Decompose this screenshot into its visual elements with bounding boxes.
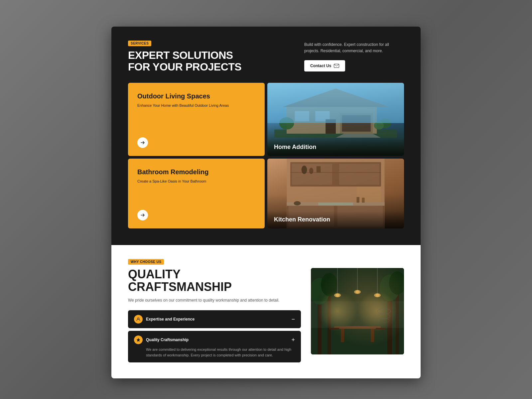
svg-point-43 (336, 294, 339, 297)
svg-point-59 (378, 314, 390, 319)
email-icon (334, 64, 339, 68)
quality-image-box (311, 268, 404, 354)
svg-rect-30 (357, 187, 381, 202)
quality-content: We are committed to delivering exception… (134, 347, 295, 358)
quality-toggle[interactable]: + (291, 336, 295, 343)
kitchen-label: Kitchen Renovation (267, 211, 404, 229)
quality-right (311, 268, 404, 354)
quality-title: QUALITY CRAFTSMANSHIP (128, 268, 301, 293)
card-outdoor-desc: Enhance Your Home with Beautiful Outdoor… (137, 103, 255, 108)
card-bathroom-desc: Create a Spa-Like Oasis in Your Bathroom (137, 179, 255, 184)
restaurant-bg (311, 268, 404, 354)
card-outdoor-living[interactable]: Outdoor Living Spaces Enhance Your Home … (128, 83, 265, 156)
accordion-quality-left: Quality Craftsmanship (134, 335, 189, 344)
dark-section: Services EXPERT SOLUTIONS FOR YOUR PROJE… (111, 27, 421, 245)
svg-rect-52 (334, 326, 381, 329)
card-outdoor-title: Outdoor Living Spaces (137, 92, 255, 100)
card-bathroom-content: Bathroom Remodeling Create a Spa-Like Oa… (137, 168, 255, 184)
arrow-right-icon (140, 213, 145, 217)
expertise-toggle[interactable]: − (291, 316, 295, 323)
header-description: Build with confidence. Expert constructi… (304, 42, 404, 54)
svg-point-60 (379, 319, 389, 323)
accordion-expertise[interactable]: Expertise and Experience − (128, 310, 301, 328)
why-badge: Why Choose Us (128, 259, 164, 265)
svg-rect-56 (376, 328, 386, 330)
main-title: EXPERT SOLUTIONS FOR YOUR PROJECTS (128, 50, 241, 73)
svg-rect-57 (311, 301, 404, 328)
card-kitchen[interactable]: Kitchen Renovation (267, 159, 404, 228)
home-addition-label: Home Addition (267, 138, 404, 156)
quality-icon-circle (134, 335, 143, 344)
svg-rect-55 (329, 328, 339, 330)
svg-point-42 (334, 293, 341, 297)
svg-point-49 (376, 294, 379, 297)
svg-point-46 (356, 290, 359, 294)
svg-rect-33 (318, 295, 322, 354)
svg-rect-35 (387, 291, 392, 354)
expertise-title: Expertise and Experience (146, 317, 195, 322)
card-home-addition[interactable]: Home Addition (267, 83, 404, 156)
header-right: Build with confidence. Expert constructi… (304, 40, 404, 71)
svg-rect-54 (371, 329, 374, 342)
expertise-icon-circle (134, 315, 143, 324)
svg-rect-53 (341, 329, 344, 342)
restaurant-illustration (311, 268, 404, 354)
svg-point-37 (311, 278, 330, 305)
svg-point-40 (389, 271, 404, 295)
white-section: Why Choose Us QUALITY CRAFTSMANSHIP We p… (111, 245, 421, 378)
svg-point-50 (318, 291, 357, 331)
svg-rect-32 (311, 268, 404, 354)
header-left: Services EXPERT SOLUTIONS FOR YOUR PROJE… (128, 40, 241, 73)
svg-point-45 (354, 290, 361, 294)
card-bathroom-title: Bathroom Remodeling (137, 168, 255, 176)
svg-rect-34 (328, 288, 331, 354)
svg-point-39 (380, 275, 400, 301)
svg-point-58 (377, 309, 391, 314)
expertise-icon (136, 317, 140, 321)
arrow-right-icon (140, 140, 145, 145)
card-outdoor-arrow[interactable] (137, 137, 148, 148)
contact-button[interactable]: Contact Us (304, 60, 345, 71)
accordion-expertise-left: Expertise and Experience (134, 315, 195, 324)
svg-point-51 (357, 291, 397, 331)
svg-rect-36 (396, 285, 399, 354)
quality-title-acc: Quality Craftsmanship (146, 337, 189, 342)
card-bathroom[interactable]: Bathroom Remodeling Create a Spa-Like Oa… (128, 159, 265, 228)
card-bathroom-arrow[interactable] (137, 210, 148, 220)
services-grid: Outdoor Living Spaces Enhance Your Home … (128, 83, 404, 228)
accordion-quality[interactable]: Quality Craftsmanship + We are committed… (128, 331, 301, 362)
header-row: Services EXPERT SOLUTIONS FOR YOUR PROJE… (128, 40, 404, 73)
accordion-quality-header: Quality Craftsmanship + (134, 335, 295, 344)
svg-point-48 (374, 293, 381, 297)
services-badge: Services (128, 41, 151, 46)
quality-row: QUALITY CRAFTSMANSHIP We pride ourselves… (128, 268, 404, 365)
quality-description: We pride ourselves on our commitment to … (128, 297, 301, 304)
page-wrapper: Services EXPERT SOLUTIONS FOR YOUR PROJE… (111, 27, 421, 378)
quality-left: QUALITY CRAFTSMANSHIP We pride ourselves… (128, 268, 301, 365)
quality-icon (136, 338, 140, 342)
svg-point-38 (321, 273, 337, 296)
card-outdoor-content: Outdoor Living Spaces Enhance Your Home … (137, 92, 255, 108)
